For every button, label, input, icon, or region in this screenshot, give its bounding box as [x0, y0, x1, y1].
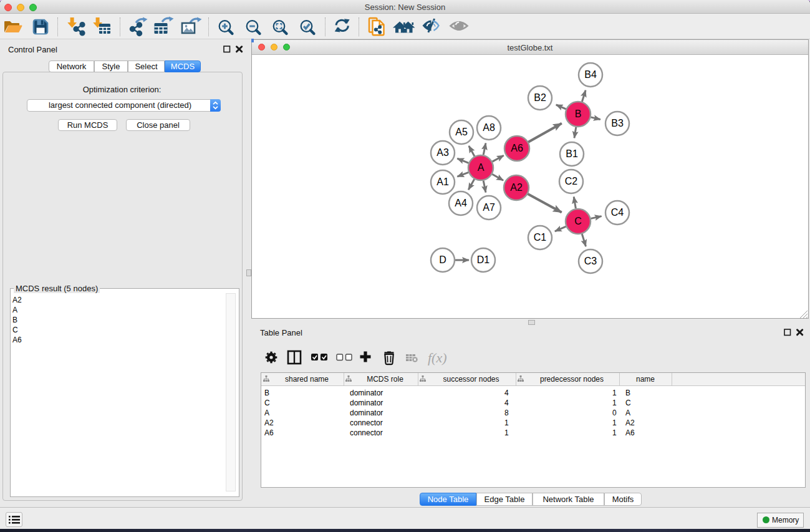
svg-text:A: A — [478, 162, 485, 173]
svg-text:B: B — [575, 109, 582, 119]
svg-text:C2: C2 — [565, 176, 578, 186]
svg-text:A3: A3 — [436, 147, 449, 158]
svg-text:A7: A7 — [483, 202, 495, 213]
svg-text:B4: B4 — [584, 69, 597, 80]
svg-text:A1: A1 — [436, 177, 449, 187]
svg-text:A2: A2 — [510, 182, 523, 193]
svg-text:B1: B1 — [566, 148, 578, 159]
svg-text:C3: C3 — [584, 256, 597, 266]
svg-text:D: D — [439, 254, 446, 265]
svg-text:C4: C4 — [611, 207, 624, 218]
svg-text:C1: C1 — [534, 232, 547, 243]
svg-text:A4: A4 — [455, 198, 467, 208]
svg-text:A8: A8 — [483, 122, 495, 133]
svg-text:A5: A5 — [455, 127, 468, 137]
svg-text:A6: A6 — [511, 143, 523, 153]
svg-text:C: C — [574, 216, 582, 226]
svg-text:B2: B2 — [534, 92, 546, 103]
svg-text:f(x): f(x) — [428, 350, 447, 365]
svg-text:D1: D1 — [477, 254, 490, 265]
svg-text:B3: B3 — [611, 118, 624, 128]
